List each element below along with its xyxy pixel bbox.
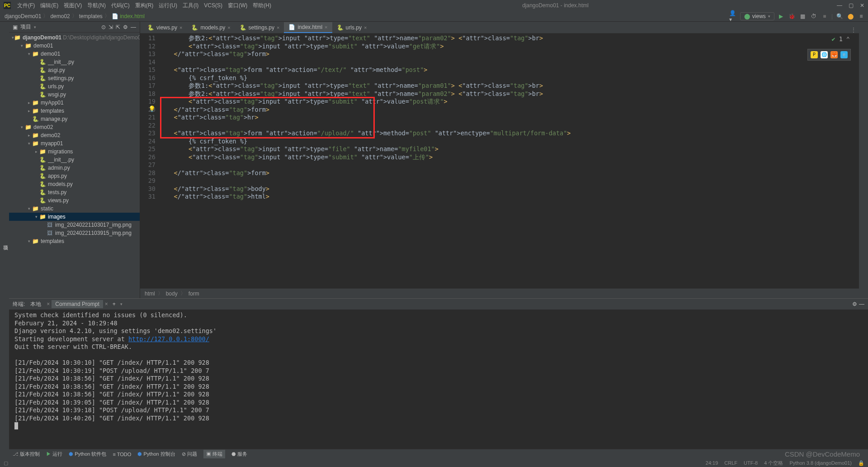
terminal-add-icon[interactable]: + xyxy=(110,301,118,307)
tool-console[interactable]: ⬢ Python 控制台 xyxy=(137,451,175,457)
search-icon[interactable]: 🔍 xyxy=(835,12,844,20)
tree-admin[interactable]: admin.py xyxy=(48,165,70,171)
menu-file[interactable]: 文件(F) xyxy=(14,2,38,10)
browser-preview-icons[interactable]: P 🌐 🦊 e xyxy=(807,49,851,61)
right-tool-strip[interactable] xyxy=(859,22,868,298)
crumb-file[interactable]: 📄 index.html xyxy=(110,13,146,19)
tool-terminal[interactable]: ▣ 终端 xyxy=(203,450,225,458)
edge-icon[interactable]: e xyxy=(840,51,848,58)
menu-refactor[interactable]: 重构(R) xyxy=(132,2,156,10)
status-lock-icon[interactable]: 🔒 xyxy=(858,460,864,466)
code-editor[interactable]: 参数2:<"attr">class="tag">input "attr">typ… xyxy=(159,33,859,288)
terminal-hide-icon[interactable]: — xyxy=(859,301,864,307)
tree-img1[interactable]: img_20240221103017_img.png xyxy=(55,222,132,228)
hide-panel-icon[interactable]: — xyxy=(131,24,136,30)
settings-icon[interactable]: ⚙ xyxy=(123,24,128,30)
tab-settings[interactable]: 🐍settings.py× xyxy=(235,22,284,33)
tree-img2[interactable]: img_20240221103915_img.png xyxy=(55,230,132,236)
editor-breadcrumbs[interactable]: html〉 body〉 form xyxy=(140,288,859,298)
menu-nav[interactable]: 导航(N) xyxy=(85,2,108,10)
tree-migrations[interactable]: migrations xyxy=(48,148,73,155)
terminal-settings-icon[interactable]: ⚙ xyxy=(852,301,857,307)
tree-init2[interactable]: __init__.py xyxy=(48,157,74,163)
intention-bulb-icon[interactable]: 💡 xyxy=(148,105,156,113)
crumb-proj[interactable]: djangoDemo01 xyxy=(3,13,43,19)
menu-tools[interactable]: 工具(I) xyxy=(180,2,201,10)
terminal-more-icon[interactable]: ▾ xyxy=(120,302,123,306)
project-dropdown-icon[interactable]: ▣ xyxy=(13,24,18,30)
inspection-badges[interactable]: ✔1⌃ xyxy=(832,35,850,43)
firefox-icon[interactable]: 🦊 xyxy=(830,51,838,58)
tab-index[interactable]: 📄index.html× xyxy=(284,22,332,33)
select-opened-icon[interactable]: ⊙ xyxy=(101,24,106,30)
settings-bar-icon[interactable]: ≡ xyxy=(857,12,865,20)
run-icon[interactable]: ▶ xyxy=(777,12,785,20)
left-tool-strip[interactable]: 项目 xyxy=(0,22,9,459)
menu-run[interactable]: 运行(U) xyxy=(156,2,180,10)
tool-todo[interactable]: ≡ TODO xyxy=(113,452,132,457)
menu-vcs[interactable]: VCS(S) xyxy=(201,2,225,9)
terminal-output[interactable]: System check identified no issues (0 sil… xyxy=(9,310,868,449)
tool-services[interactable]: ⬣ 服务 xyxy=(231,451,247,457)
tree-myapp01[interactable]: myapp01 xyxy=(41,140,63,147)
tree-myapp01-upper[interactable]: myApp01 xyxy=(41,100,64,106)
tree-images[interactable]: images xyxy=(48,214,66,220)
debug-icon[interactable]: 🐞 xyxy=(788,12,796,20)
tabs-more-icon[interactable]: ⋮ xyxy=(848,27,859,33)
tree-init[interactable]: __init__.py xyxy=(48,59,74,65)
crumb-2[interactable]: templates xyxy=(77,13,104,19)
update-icon[interactable]: ⬤ xyxy=(846,12,854,20)
pycharm-icon[interactable]: P xyxy=(811,51,818,58)
menu-code[interactable]: 代码(C) xyxy=(108,2,132,10)
coverage-icon[interactable]: ▦ xyxy=(799,12,807,20)
tree-demo01[interactable]: demo01 xyxy=(33,43,53,49)
menu-edit[interactable]: 编辑(E) xyxy=(38,2,61,10)
status-interpreter[interactable]: Python 3.8 (djangoDemo01) xyxy=(789,460,852,466)
tree-urls[interactable]: urls.py xyxy=(48,83,64,90)
tool-pkg[interactable]: ⬢ Python 软件包 xyxy=(69,451,106,457)
tab-urls[interactable]: 🐍urls.py× xyxy=(332,22,372,33)
tab-models[interactable]: 🐍models.py× xyxy=(187,22,235,33)
tree-settings[interactable]: settings.py xyxy=(48,75,74,81)
tool-run[interactable]: ▶ 运行 xyxy=(46,451,62,457)
profile-icon[interactable]: ⏱ xyxy=(810,12,818,20)
run-config[interactable]: ⬤views▾ xyxy=(740,12,774,20)
terminal-tab-local[interactable]: 本地 xyxy=(27,300,45,309)
menu-view[interactable]: 视图(V) xyxy=(61,2,85,10)
tree-apps[interactable]: apps.py xyxy=(48,173,67,179)
tree-manage[interactable]: manage.py xyxy=(41,116,67,122)
status-box-icon[interactable]: ▢ xyxy=(4,460,8,466)
tool-vcs[interactable]: ⎇ 版本控制 xyxy=(13,451,40,457)
tree-templates2[interactable]: templates xyxy=(41,238,64,244)
tree-static[interactable]: static xyxy=(41,205,53,212)
close-icon[interactable]: ✕ xyxy=(860,2,864,9)
tree-root[interactable]: djangoDemo01 xyxy=(23,34,61,41)
project-tree[interactable]: ▾📁djangoDemo01 D:\Desktop\digital\django… xyxy=(9,33,140,298)
menu-help[interactable]: 帮助(H) xyxy=(250,2,274,10)
menu-window[interactable]: 窗口(W) xyxy=(225,2,250,10)
user-icon[interactable]: 👤▾ xyxy=(729,12,737,20)
expand-icon[interactable]: ⇱ xyxy=(116,24,120,30)
minimize-icon[interactable]: — xyxy=(837,2,842,9)
terminal-tab-cmd[interactable]: Command Prompt xyxy=(52,300,103,308)
tree-views[interactable]: views.py xyxy=(48,197,69,204)
status-enc[interactable]: UTF-8 xyxy=(744,460,758,466)
chrome-icon[interactable]: 🌐 xyxy=(821,51,828,58)
tree-demo02[interactable]: demo02 xyxy=(33,124,53,130)
maximize-icon[interactable]: ▢ xyxy=(849,2,854,9)
collapse-icon[interactable]: ⇲ xyxy=(108,24,113,30)
status-eol[interactable]: CRLF xyxy=(724,460,737,466)
status-indent[interactable]: 4 个空格 xyxy=(764,460,783,467)
tree-templates1[interactable]: templates xyxy=(41,108,64,114)
tree-models[interactable]: models.py xyxy=(48,181,73,187)
tree-demo02-inner[interactable]: demo02 xyxy=(41,132,60,138)
tree-demo01-inner[interactable]: demo01 xyxy=(41,51,60,57)
tool-problems[interactable]: ⊘ 问题 xyxy=(182,451,197,457)
status-pos[interactable]: 24:19 xyxy=(706,460,718,466)
tree-asgi[interactable]: asgi.py xyxy=(48,67,65,73)
tab-views[interactable]: 🐍views.py× xyxy=(143,22,187,33)
tree-tests[interactable]: tests.py xyxy=(48,189,66,195)
crumb-1[interactable]: demo02 xyxy=(48,13,71,19)
tree-wsgi[interactable]: wsgi.py xyxy=(48,91,66,98)
stop-icon[interactable]: ■ xyxy=(821,12,829,20)
